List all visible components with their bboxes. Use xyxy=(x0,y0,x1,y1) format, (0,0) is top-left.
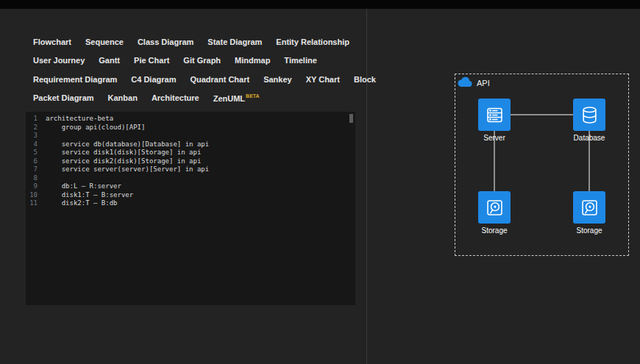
code-line: 8 xyxy=(26,174,355,183)
code-text: disk2:T — B:db xyxy=(38,199,118,208)
sample-diagram-tabs: Flowchart Sequence Class Diagram State D… xyxy=(33,32,360,107)
editor-scrollbar-thumb[interactable] xyxy=(349,114,353,123)
code-text: disk1:T — B:server xyxy=(38,191,133,200)
code-text: architecture-beta xyxy=(38,115,113,124)
code-text: service disk2(disk)[Storage] in api xyxy=(38,157,201,166)
tab-sequence[interactable]: Sequence xyxy=(85,38,124,46)
beta-badge: BETA xyxy=(246,93,260,99)
cloud-icon xyxy=(457,76,473,90)
code-editor[interactable]: 1architecture-beta 2 group api(cloud)[AP… xyxy=(26,112,355,305)
code-text: group api(cloud)[API] xyxy=(38,124,145,132)
node-storage-1 xyxy=(478,191,511,224)
code-line: 6 service disk2(disk)[Storage] in api xyxy=(26,157,355,166)
tab-requirement-diagram[interactable]: Requirement Diagram xyxy=(33,75,117,84)
tab-block[interactable]: Block xyxy=(354,75,376,84)
line-number: 9 xyxy=(26,182,38,191)
code-line: 2 group api(cloud)[API] xyxy=(26,124,355,132)
tab-row-3: Requirement Diagram C4 Diagram Quadrant … xyxy=(33,70,360,89)
line-number: 7 xyxy=(26,165,38,174)
tab-class-diagram[interactable]: Class Diagram xyxy=(138,38,193,46)
code-text: service server(server)[Server] in api xyxy=(38,165,209,174)
edge-server-database xyxy=(511,114,573,115)
disk-icon xyxy=(580,198,600,218)
tab-user-journey[interactable]: User Journey xyxy=(33,56,85,65)
tab-architecture[interactable]: Architecture xyxy=(152,93,199,102)
node-label-database: Database xyxy=(566,134,613,142)
code-text xyxy=(38,174,46,183)
node-label-server: Server xyxy=(471,134,518,142)
line-number: 6 xyxy=(26,157,38,166)
tab-xy-chart[interactable]: XY Chart xyxy=(306,75,340,84)
code-text xyxy=(38,132,46,140)
group-label: API xyxy=(477,79,490,88)
tab-quadrant-chart[interactable]: Quadrant Chart xyxy=(190,75,249,84)
tab-state-diagram[interactable]: State Diagram xyxy=(207,38,262,46)
server-icon xyxy=(485,105,505,125)
tab-zenuml[interactable]: ZenUMLBETA xyxy=(213,93,260,103)
node-database xyxy=(573,99,605,131)
tab-pie-chart[interactable]: Pie Chart xyxy=(134,56,169,65)
tab-c4-diagram[interactable]: C4 Diagram xyxy=(131,75,176,84)
tab-git-graph[interactable]: Git Graph xyxy=(183,56,221,65)
tab-timeline[interactable]: Timeline xyxy=(284,56,316,65)
line-number: 2 xyxy=(26,124,38,132)
code-line: 5 service disk1(disk)[Storage] in api xyxy=(26,149,355,157)
tab-kanban[interactable]: Kanban xyxy=(108,93,138,102)
line-number: 4 xyxy=(26,140,38,149)
line-number: 3 xyxy=(26,132,38,140)
tab-sankey[interactable]: Sankey xyxy=(263,75,292,84)
diagram-preview[interactable]: API Server Database xyxy=(455,74,629,256)
node-label-storage-1: Storage xyxy=(471,226,518,235)
disk-icon xyxy=(485,198,505,218)
line-number: 5 xyxy=(26,149,38,157)
code-text: service disk1(disk)[Storage] in api xyxy=(38,149,201,157)
code-line: 9 db:L — R:server xyxy=(26,182,355,191)
pane-divider[interactable] xyxy=(366,9,367,364)
top-bar xyxy=(0,0,640,9)
code-line: 3 xyxy=(26,132,355,140)
code-line: 7 service server(server)[Server] in api xyxy=(26,165,355,174)
tab-gantt[interactable]: Gantt xyxy=(99,56,120,65)
code-line: 4 service db(database)[Database] in api xyxy=(26,140,355,149)
line-number: 1 xyxy=(26,115,38,124)
database-icon xyxy=(580,105,600,125)
tab-zenuml-label: ZenUML xyxy=(213,94,245,103)
line-number: 11 xyxy=(26,199,38,208)
code-line: 11 disk2:T — B:db xyxy=(26,199,355,208)
tab-packet-diagram[interactable]: Packet Diagram xyxy=(33,93,94,102)
tab-row-1: Flowchart Sequence Class Diagram State D… xyxy=(33,32,360,51)
line-number: 10 xyxy=(26,191,38,200)
code-line: 1architecture-beta xyxy=(26,115,355,124)
node-label-storage-2: Storage xyxy=(566,226,613,235)
code-text: db:L — R:server xyxy=(38,182,121,191)
node-server xyxy=(478,99,511,131)
tab-flowchart[interactable]: Flowchart xyxy=(33,38,71,46)
line-number: 8 xyxy=(26,174,38,183)
code-text: service db(database)[Database] in api xyxy=(38,140,209,149)
tab-mindmap[interactable]: Mindmap xyxy=(235,56,270,65)
tab-row-2: User Journey Gantt Pie Chart Git Graph M… xyxy=(33,51,360,71)
code-line: 10 disk1:T — B:server xyxy=(26,191,355,200)
node-storage-2 xyxy=(573,191,605,224)
tab-entity-relationship[interactable]: Entity Relationship xyxy=(276,38,349,46)
api-group-header: API xyxy=(457,76,490,90)
tab-row-4: Packet Diagram Kanban Architecture ZenUM… xyxy=(33,89,360,108)
